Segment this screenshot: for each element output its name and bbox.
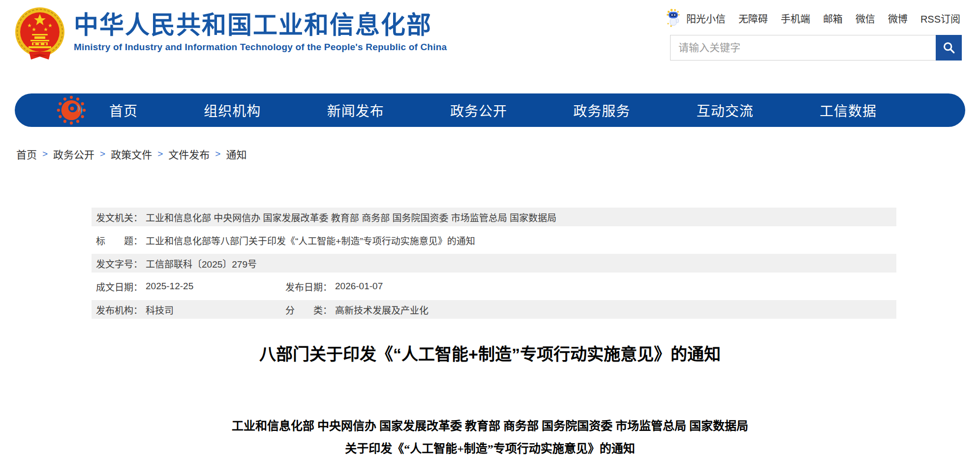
nav-item[interactable]: 政务公开 [450,100,507,120]
breadcrumb: 首页 > 政务公开 > 政策文件 > 文件发布 > 通知 [16,147,246,161]
doc-meta-label: 标 题： [96,234,143,247]
site-title-en: Ministry of Industry and Information Tec… [74,42,447,53]
topbar-link[interactable]: RSS订阅 [920,11,960,26]
doc-meta-row: 标 题：工业和信息化部等八部门关于印发《“人工智能+制造”专项行动实施意见》的通… [92,231,896,249]
topbar-links: 阳光小信无障碍手机端邮箱微信微博RSS订阅 [665,9,960,28]
site-title-cn: 中华人民共和国工业和信息化部 [74,11,447,39]
breadcrumb-item[interactable]: 通知 [226,147,246,161]
doc-meta-cell: 发布机构：科技司 [96,303,285,316]
doc-meta-table: 发文机关：工业和信息化部 中央网信办 国家发展改革委 教育部 商务部 国务院国资… [92,208,896,323]
doc-meta-value: 科技司 [146,303,174,316]
national-emblem-icon[interactable] [13,6,66,63]
nav-item[interactable]: 新闻发布 [327,100,384,120]
search-icon [942,40,956,55]
doc-meta-label: 发布机构： [96,303,143,316]
nav-item-list: 首页组织机构新闻发布政务公开政务服务互动交流工信数据 [109,100,877,120]
breadcrumb-item[interactable]: 文件发布 [168,147,210,161]
doc-meta-cell: 成文日期：2025-12-25 [96,280,285,293]
topbar-link[interactable]: 无障碍 [738,11,768,26]
doc-meta-value: 工业和信息化部 中央网信办 国家发展改革委 教育部 商务部 国务院国资委 市场监… [146,211,556,224]
topbar-link[interactable]: 微博 [888,11,908,26]
nav-item[interactable]: 组织机构 [204,100,261,120]
doc-meta-row: 发文机关：工业和信息化部 中央网信办 国家发展改革委 教育部 商务部 国务院国资… [92,208,896,226]
doc-meta-cell: 标 题：工业和信息化部等八部门关于印发《“人工智能+制造”专项行动实施意见》的通… [96,234,475,247]
nav-item[interactable]: 互动交流 [697,100,754,120]
doc-meta-value: 2025-12-25 [146,281,193,292]
doc-meta-label: 发文字号： [96,257,143,270]
breadcrumb-separator: > [157,149,163,159]
article-body: 工业和信息化部 中央网信办 国家发展改革委 教育部 商务部 国务院国资委 市场监… [0,419,980,456]
breadcrumb-item[interactable]: 政务公开 [53,147,94,161]
doc-meta-row: 成文日期：2025-12-25发布日期：2026-01-07 [92,277,896,296]
breadcrumb-separator: > [42,149,48,159]
doc-meta-value: 2026-01-07 [335,281,383,292]
topbar-link-list: 阳光小信无障碍手机端邮箱微信微博RSS订阅 [686,11,960,26]
search-bar [670,35,962,61]
doc-meta-value: 工信部联科〔2025〕279号 [146,257,257,270]
search-input[interactable] [671,35,936,60]
doc-meta-label: 成文日期： [96,280,143,293]
topbar-link[interactable]: 阳光小信 [686,11,726,26]
doc-meta-cell: 分 类：高新技术发展及产业化 [285,303,429,316]
main-nav: 首页组织机构新闻发布政务公开政务服务互动交流工信数据 [15,93,965,127]
doc-meta-cell: 发布日期：2026-01-07 [285,280,383,293]
breadcrumb-item[interactable]: 政策文件 [111,147,152,161]
sunshine-robot-icon [665,9,681,28]
nav-item[interactable]: 政务服务 [573,100,630,120]
breadcrumb-separator: > [215,149,220,159]
topbar-link[interactable]: 邮箱 [823,11,843,26]
nav-item[interactable]: 首页 [109,100,138,120]
page: 中华人民共和国工业和信息化部 Ministry of Industry and … [0,0,980,456]
site-brand[interactable]: 中华人民共和国工业和信息化部 Ministry of Industry and … [74,11,447,53]
topbar-link[interactable]: 微信 [856,11,875,26]
article-body-line: 工业和信息化部 中央网信办 国家发展改革委 教育部 商务部 国务院国资委 市场监… [0,419,980,433]
doc-meta-cell: 发文字号：工信部联科〔2025〕279号 [96,257,257,270]
doc-meta-cell: 发文机关：工业和信息化部 中央网信办 国家发展改革委 教育部 商务部 国务院国资… [96,211,556,224]
search-button[interactable] [936,35,962,61]
breadcrumb-item[interactable]: 首页 [16,147,37,161]
article-title: 八部门关于印发《“人工智能+制造”专项行动实施意见》的通知 [0,341,980,365]
doc-meta-label: 发布日期： [285,280,332,293]
nav-item[interactable]: 工信数据 [820,100,877,120]
doc-meta-value: 高新技术发展及产业化 [335,303,429,316]
doc-meta-label: 发文机关： [96,211,143,224]
doc-meta-row: 发文字号：工信部联科〔2025〕279号 [92,254,896,273]
doc-meta-row: 发布机构：科技司分 类：高新技术发展及产业化 [92,300,896,319]
doc-meta-value: 工业和信息化部等八部门关于印发《“人工智能+制造”专项行动实施意见》的通知 [146,234,475,247]
breadcrumb-separator: > [100,149,105,159]
miit-logo-icon [56,95,87,125]
doc-meta-label: 分 类： [285,303,332,316]
topbar-link[interactable]: 手机端 [781,11,810,26]
article-body-line: 关于印发《“人工智能+制造”专项行动实施意见》的通知 [0,441,980,456]
